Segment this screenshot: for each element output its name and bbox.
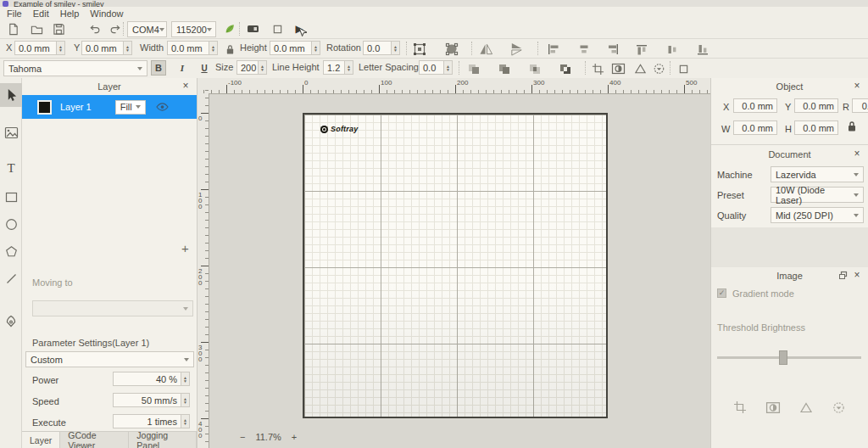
menu-file[interactable]: File bbox=[7, 8, 22, 19]
tab-layer[interactable]: Layer bbox=[22, 432, 60, 448]
add-layer-button[interactable]: + bbox=[181, 241, 189, 255]
y-input[interactable]: 0.0 mm bbox=[81, 41, 124, 55]
close-icon[interactable]: × bbox=[851, 80, 863, 92]
contrast-icon[interactable] bbox=[610, 61, 626, 76]
contrast-icon[interactable] bbox=[765, 401, 781, 416]
underline-button[interactable]: U bbox=[197, 60, 212, 76]
baud-rate-select[interactable]: 115200 bbox=[171, 21, 216, 37]
execute-stepper[interactable]: ▲▼ bbox=[181, 414, 190, 428]
size-input[interactable]: 200 bbox=[236, 60, 259, 75]
obj-h-input[interactable]: 0.0 mm bbox=[794, 120, 838, 135]
width-input[interactable]: 0.0 mm bbox=[167, 41, 209, 55]
crop-icon[interactable] bbox=[590, 61, 605, 76]
redo-icon[interactable] bbox=[108, 21, 123, 36]
union-icon[interactable] bbox=[466, 61, 481, 76]
flip-vertical-icon[interactable] bbox=[509, 42, 524, 57]
triangle-icon[interactable] bbox=[799, 401, 813, 416]
menu-help[interactable]: Help bbox=[60, 8, 80, 19]
flip-horizontal-icon[interactable] bbox=[478, 42, 493, 57]
letter-spacing-input[interactable]: 0.0 bbox=[419, 60, 444, 75]
font-family-select[interactable]: Tahoma bbox=[3, 60, 147, 76]
close-icon[interactable]: × bbox=[851, 269, 863, 281]
height-input[interactable]: 0.0 mm bbox=[270, 41, 312, 55]
layer-color-swatch[interactable] bbox=[37, 100, 52, 115]
obj-x-input[interactable]: 0.0 mm bbox=[733, 98, 777, 113]
intersect-icon[interactable] bbox=[527, 61, 542, 76]
layer-mode-select[interactable]: Fill bbox=[115, 100, 146, 115]
work-area-grid[interactable] bbox=[303, 113, 608, 418]
line-height-input[interactable]: 1.2 bbox=[323, 60, 345, 75]
polygon-tool[interactable] bbox=[0, 239, 22, 263]
size-stepper[interactable]: ▲▼ bbox=[258, 60, 267, 75]
connect-leaf-icon[interactable] bbox=[222, 21, 237, 36]
text-tool[interactable]: T bbox=[0, 156, 22, 180]
lock-ratio-icon[interactable] bbox=[847, 120, 857, 134]
crop-icon[interactable] bbox=[733, 400, 747, 416]
x-input[interactable]: 0.0 mm bbox=[14, 41, 57, 55]
serial-port-select[interactable]: COM4 bbox=[127, 21, 167, 37]
speed-stepper[interactable]: ▲▼ bbox=[181, 393, 190, 407]
trace-icon[interactable] bbox=[651, 61, 666, 76]
power-stepper[interactable]: ▲▼ bbox=[181, 372, 190, 386]
rotation-stepper[interactable]: ▲▼ bbox=[391, 41, 400, 55]
tab-jogging-panel[interactable]: Jogging Panel bbox=[129, 432, 197, 448]
triangle-icon[interactable] bbox=[632, 61, 648, 76]
save-icon[interactable] bbox=[51, 21, 66, 36]
lock-ratio-icon[interactable] bbox=[222, 42, 237, 57]
canvas-area[interactable]: -1000100200300400500 01 0 02 0 03 0 04 0… bbox=[198, 78, 710, 448]
tab-gcode-viewer[interactable]: GCode Viewer bbox=[60, 432, 129, 448]
power-input[interactable]: 40 % bbox=[113, 372, 181, 386]
trace-icon[interactable] bbox=[832, 401, 845, 416]
align-left-icon[interactable] bbox=[546, 42, 561, 57]
select-frame-icon[interactable] bbox=[412, 42, 427, 57]
letter-spacing-stepper[interactable]: ▲▼ bbox=[443, 60, 453, 75]
eye-icon[interactable] bbox=[156, 103, 169, 111]
ellipse-tool[interactable] bbox=[0, 212, 22, 236]
speed-input[interactable]: 50 mm/s bbox=[113, 393, 181, 407]
close-icon[interactable]: × bbox=[180, 80, 192, 92]
new-file-icon[interactable] bbox=[5, 21, 20, 36]
quality-select[interactable]: Mid (250 DPI) bbox=[771, 207, 864, 223]
layer-list-item[interactable]: Layer 1 Fill bbox=[22, 95, 197, 119]
float-panel-icon[interactable] bbox=[838, 271, 848, 282]
open-file-icon[interactable] bbox=[29, 21, 44, 36]
align-middle-v-icon[interactable] bbox=[665, 42, 680, 57]
line-tool[interactable] bbox=[0, 266, 22, 290]
parameter-preset-select[interactable]: Custom bbox=[25, 351, 194, 367]
subtract-icon[interactable] bbox=[497, 61, 512, 76]
align-right-icon[interactable] bbox=[605, 42, 620, 57]
obj-r-input[interactable]: 0.0 bbox=[852, 98, 868, 113]
stop-icon[interactable] bbox=[270, 21, 285, 36]
frame-preview-icon[interactable] bbox=[246, 21, 261, 36]
gradient-mode-checkbox[interactable]: ✓ bbox=[717, 288, 726, 298]
rect-tool[interactable] bbox=[0, 185, 22, 209]
align-bottom-icon[interactable] bbox=[695, 42, 710, 57]
align-center-h-icon[interactable] bbox=[576, 42, 592, 57]
obj-w-input[interactable]: 0.0 mm bbox=[733, 120, 777, 135]
select-tool[interactable] bbox=[0, 83, 22, 107]
close-icon[interactable]: × bbox=[851, 148, 863, 160]
zoom-out-button[interactable]: − bbox=[240, 432, 245, 442]
obj-y-input[interactable]: 0.0 mm bbox=[794, 98, 838, 113]
threshold-slider[interactable] bbox=[711, 350, 868, 366]
menu-edit[interactable]: Edit bbox=[33, 8, 49, 19]
undo-icon[interactable] bbox=[86, 21, 102, 36]
height-stepper[interactable]: ▲▼ bbox=[311, 41, 320, 55]
slider-track[interactable] bbox=[717, 356, 861, 359]
execute-input[interactable]: 1 times bbox=[113, 414, 181, 428]
machine-select[interactable]: Lazervida bbox=[771, 166, 864, 182]
menu-window[interactable]: Window bbox=[90, 8, 123, 19]
zoom-in-button[interactable]: + bbox=[292, 432, 297, 442]
bold-button[interactable]: B bbox=[151, 60, 166, 76]
rotation-input[interactable]: 0.0 bbox=[363, 41, 392, 55]
square-icon[interactable] bbox=[676, 61, 691, 76]
line-height-stepper[interactable]: ▲▼ bbox=[344, 60, 353, 75]
italic-button[interactable]: I bbox=[175, 60, 190, 76]
pen-tool[interactable] bbox=[0, 309, 22, 333]
align-top-icon[interactable] bbox=[634, 42, 649, 57]
moving-to-select[interactable] bbox=[32, 300, 193, 316]
preset-select[interactable]: 10W (Diode Laser) bbox=[771, 187, 864, 203]
exclude-icon[interactable] bbox=[558, 61, 573, 76]
x-stepper[interactable]: ▲▼ bbox=[56, 41, 65, 55]
weld-icon[interactable] bbox=[444, 42, 459, 57]
